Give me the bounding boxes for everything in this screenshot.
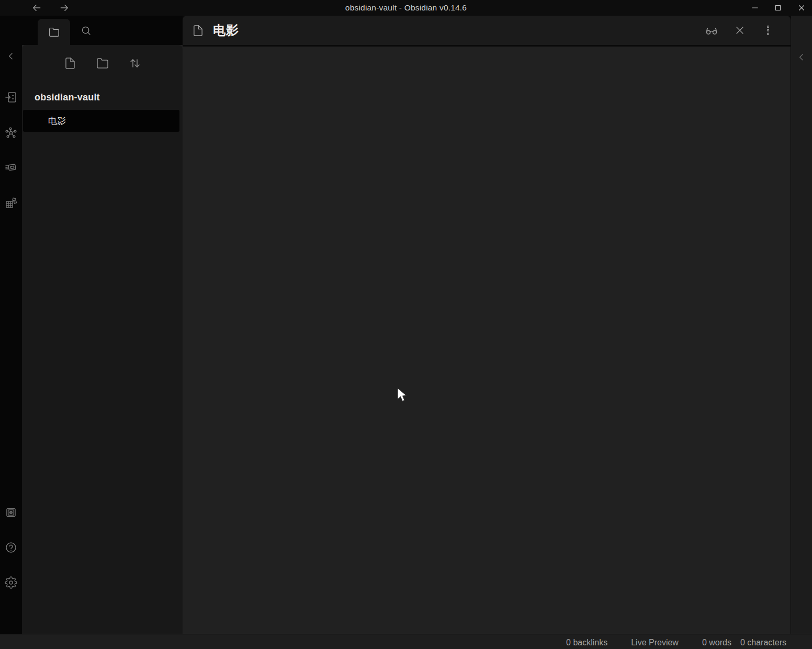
close-icon [734, 25, 746, 36]
editor-area[interactable] [183, 47, 791, 634]
file-tree-item-selected[interactable]: 电影 [23, 110, 179, 132]
quick-switcher-icon [5, 91, 17, 104]
glasses-icon [705, 24, 718, 37]
help-icon [5, 541, 17, 554]
obsidian-window: obsidian-vault - Obsidian v0.14.6 [0, 0, 812, 649]
folder-icon [49, 27, 60, 38]
collapse-left-sidebar-button[interactable] [4, 49, 18, 63]
sort-order-icon [129, 57, 141, 70]
reading-view-button[interactable] [705, 24, 718, 37]
open-another-vault-button[interactable] [4, 505, 18, 520]
character-count: 0 characters [740, 638, 786, 647]
maximize-icon [773, 3, 783, 13]
backlinks-count[interactable]: 0 backlinks [566, 638, 607, 647]
sort-order-button[interactable] [128, 56, 142, 71]
random-note-button[interactable] [4, 196, 18, 210]
document-icon [192, 25, 204, 37]
chevron-left-icon [796, 52, 807, 62]
sidebar-tab-bar [22, 16, 183, 45]
word-count: 0 words [702, 638, 731, 647]
tab-search[interactable] [78, 23, 93, 38]
pane-header: 电影 [183, 16, 791, 45]
new-note-icon [64, 57, 76, 70]
tab-file-explorer[interactable] [38, 19, 70, 45]
minimize-icon [750, 3, 760, 13]
graph-view-icon [5, 127, 17, 139]
main-pane: 电影 [183, 16, 791, 634]
expand-right-sidebar-button[interactable] [795, 51, 808, 63]
zettelkasten-note-button[interactable] [4, 160, 18, 175]
chevron-left-icon [6, 51, 16, 61]
note-title: 电影 [213, 22, 239, 39]
maximize-button[interactable] [771, 2, 785, 14]
explorer-actions [22, 45, 183, 71]
window-title: obsidian-vault - Obsidian v0.14.6 [0, 0, 812, 16]
right-sidebar-collapsed [791, 16, 812, 634]
minimize-button[interactable] [748, 2, 762, 14]
new-folder-icon [96, 57, 109, 70]
close-icon [797, 3, 806, 13]
left-ribbon [0, 16, 22, 634]
settings-button[interactable] [4, 575, 18, 590]
status-bar: 0 backlinks Live Preview 0 words 0 chara… [0, 634, 812, 649]
more-options-icon [762, 25, 774, 36]
vault-icon [5, 506, 17, 519]
file-item-label: 电影 [48, 115, 66, 127]
help-button[interactable] [4, 540, 18, 555]
graph-view-button[interactable] [4, 126, 18, 140]
zettelkasten-note-icon [5, 161, 17, 174]
pane-actions [705, 24, 775, 37]
edit-mode-indicator[interactable]: Live Preview [631, 638, 679, 647]
random-note-icon [5, 197, 17, 209]
gear-icon [5, 576, 17, 589]
left-sidebar: obsidian-vault 电影 [22, 16, 183, 634]
close-pane-button[interactable] [733, 24, 747, 37]
more-options-button[interactable] [761, 24, 775, 37]
file-explorer-panel: obsidian-vault 电影 [22, 45, 183, 634]
quick-switcher-button[interactable] [4, 90, 18, 105]
new-folder-button[interactable] [95, 56, 110, 71]
new-note-button[interactable] [63, 56, 77, 71]
vault-name[interactable]: obsidian-vault [35, 92, 100, 103]
titlebar: obsidian-vault - Obsidian v0.14.6 [0, 0, 812, 16]
search-icon [81, 25, 92, 36]
window-close-button[interactable] [795, 2, 808, 14]
